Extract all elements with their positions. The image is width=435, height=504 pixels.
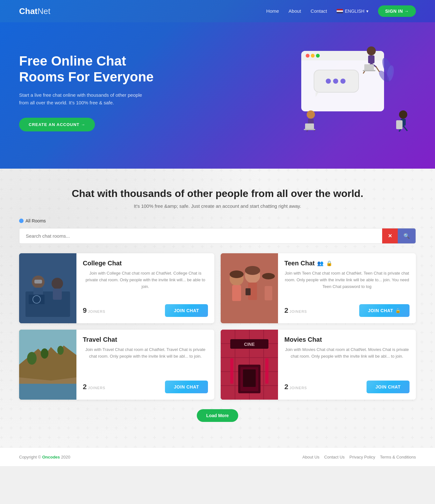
- nav-contact[interactable]: Contact: [310, 8, 327, 14]
- language-label: ENGLISH: [345, 9, 364, 14]
- joiners-num-travel: 2: [83, 383, 87, 391]
- joiners-label-college: JOINERS: [88, 310, 105, 313]
- joiners-movies: 2 JOINERS: [284, 383, 307, 391]
- search-clear-button[interactable]: ✕: [382, 228, 398, 243]
- svg-point-5: [316, 54, 320, 58]
- nav-home[interactable]: Home: [266, 8, 279, 14]
- hero-content: Free Online Chat Rooms For Everyone Star…: [19, 53, 172, 132]
- join-button-teen[interactable]: JOIN CHAT 🔒: [359, 304, 410, 317]
- hero-svg-illustration: [282, 41, 416, 143]
- footer: Copyright © Oncodes 2020 About Us Contac…: [0, 447, 435, 466]
- main-section: Chat with thousands of other people from…: [0, 169, 435, 447]
- hero-section: Free Online Chat Rooms For Everyone Star…: [0, 22, 435, 169]
- hero-subtitle: Start a live free chat online with thous…: [19, 91, 146, 107]
- joiners-label-travel: JOINERS: [88, 386, 105, 390]
- teen-image-svg: [221, 253, 278, 323]
- room-desc-travel: Join with Travel Chat chat room at ChatN…: [83, 346, 208, 376]
- room-details-movies: Movies Chat Join with Movies Chat chat r…: [278, 330, 416, 400]
- language-selector[interactable]: ENGLISH ▾: [337, 9, 368, 14]
- room-desc-movies: Join with Movies Chat chat room at ChatN…: [284, 346, 410, 376]
- room-details-college: College Chat Join with College Chat chat…: [76, 253, 214, 323]
- flag-icon: [337, 9, 343, 13]
- load-more-button[interactable]: Load More: [197, 409, 239, 422]
- room-card-college: College Chat Join with College Chat chat…: [19, 253, 214, 323]
- svg-point-22: [307, 110, 315, 119]
- movies-image-svg: CINE: [221, 330, 278, 400]
- svg-point-3: [306, 54, 310, 58]
- room-card-travel: Travel Chat Join with Travel Chat chat r…: [19, 330, 214, 400]
- filter-tabs: All Rooms: [19, 218, 416, 223]
- filter-dot: [19, 219, 24, 223]
- svg-rect-20: [364, 64, 374, 71]
- hero-title: Free Online Chat Rooms For Everyone: [19, 53, 172, 85]
- svg-rect-15: [368, 55, 374, 63]
- lock-btn-icon: 🔒: [395, 308, 401, 313]
- svg-rect-42: [19, 253, 76, 323]
- svg-point-7: [326, 79, 331, 84]
- footer-company-link[interactable]: Oncodes: [42, 455, 60, 459]
- signin-button[interactable]: SIGN IN →: [378, 5, 416, 17]
- footer-privacy-link[interactable]: Privacy Policy: [349, 455, 375, 459]
- svg-rect-21: [363, 70, 375, 71]
- room-desc-college: Join with College Chat chat room at Chat…: [83, 270, 208, 299]
- search-input[interactable]: [19, 229, 382, 243]
- search-icon: 🔍: [403, 233, 410, 239]
- room-image-college: [19, 253, 76, 323]
- svg-rect-27: [304, 129, 315, 130]
- room-desc-teen: Join with Teen Chat chat room at ChatNet…: [284, 270, 410, 299]
- load-more-container: Load More: [19, 409, 416, 422]
- footer-terms-link[interactable]: Terms & Conditions: [380, 455, 416, 459]
- filter-label: All Rooms: [25, 218, 46, 223]
- joiners-college: 9 JOINERS: [83, 306, 105, 315]
- room-name-teen: Teen Chat 👥 🔒: [284, 260, 410, 267]
- people-icon: 👥: [317, 260, 324, 266]
- brand-name-bold: Chat: [19, 6, 38, 16]
- brand-name-thin: Net: [38, 6, 50, 16]
- brand-logo[interactable]: Chat Net: [19, 6, 50, 16]
- room-image-travel: [19, 330, 76, 400]
- joiners-travel: 2 JOINERS: [83, 383, 105, 391]
- hero-illustration: [282, 41, 416, 143]
- room-footer-movies: 2 JOINERS JOIN CHAT: [284, 381, 410, 393]
- room-details-teen: Teen Chat 👥 🔒 Join with Teen Chat chat r…: [278, 253, 416, 323]
- room-name-movies: Movies Chat: [284, 336, 410, 343]
- joiners-teen: 2 JOINERS: [284, 306, 307, 315]
- join-button-college[interactable]: JOIN CHAT: [165, 304, 208, 317]
- joiners-num-college: 9: [83, 306, 87, 315]
- lock-icon: 🔒: [326, 260, 332, 266]
- travel-image-svg: [19, 330, 76, 400]
- join-button-movies[interactable]: JOIN CHAT: [367, 381, 410, 393]
- room-card-teen: Teen Chat 👥 🔒 Join with Teen Chat chat r…: [221, 253, 416, 323]
- room-footer-travel: 2 JOINERS JOIN CHAT: [83, 381, 208, 393]
- section-title: Chat with thousands of other people from…: [19, 188, 416, 200]
- joiners-label-movies: JOINERS: [289, 386, 307, 390]
- svg-line-31: [403, 126, 407, 130]
- svg-point-14: [367, 46, 376, 55]
- svg-point-9: [340, 79, 346, 84]
- svg-point-28: [399, 110, 407, 119]
- svg-rect-80: [221, 330, 278, 400]
- room-details-travel: Travel Chat Join with Travel Chat chat r…: [76, 330, 214, 400]
- search-button[interactable]: 🔍: [398, 228, 416, 243]
- svg-rect-63: [19, 330, 76, 400]
- joiners-label-teen: JOINERS: [289, 310, 307, 313]
- footer-about-link[interactable]: About Us: [303, 455, 319, 459]
- room-name-college: College Chat: [83, 260, 208, 267]
- join-button-travel[interactable]: JOIN CHAT: [165, 381, 208, 393]
- section-subtitle: It's 100% free &amp; safe. Just create a…: [19, 203, 416, 209]
- svg-point-8: [333, 79, 338, 84]
- room-image-teen: [221, 253, 278, 323]
- svg-rect-26: [305, 123, 314, 129]
- footer-contact-link[interactable]: Contact Us: [324, 455, 345, 459]
- filter-all-rooms[interactable]: All Rooms: [19, 218, 46, 223]
- nav-about[interactable]: About: [289, 8, 301, 14]
- joiners-num-teen: 2: [284, 306, 288, 315]
- search-container: ✕ 🔍: [19, 228, 416, 244]
- joiners-num-movies: 2: [284, 383, 288, 391]
- create-account-button[interactable]: CREATE AN ACCOUNT →: [19, 118, 95, 131]
- room-name-travel: Travel Chat: [83, 336, 208, 343]
- footer-links: About Us Contact Us Privacy Policy Terms…: [303, 454, 416, 460]
- navbar: Chat Net Home About Contact ENGLISH ▾ SI…: [0, 0, 435, 22]
- room-image-movies: CINE: [221, 330, 278, 400]
- svg-point-4: [311, 54, 315, 58]
